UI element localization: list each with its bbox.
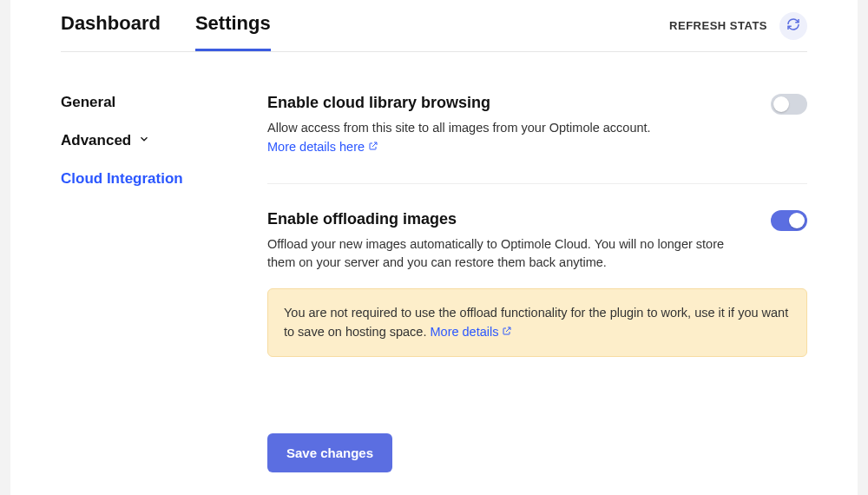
setting-title: Enable cloud library browsing <box>267 94 745 112</box>
sidebar-item-label: General <box>61 94 115 111</box>
sync-button[interactable] <box>779 12 807 40</box>
sidebar-item-label: Cloud Integration <box>61 170 183 188</box>
top-bar: Dashboard Settings REFRESH STATS <box>61 0 807 52</box>
tab-dashboard[interactable]: Dashboard <box>61 0 161 51</box>
tab-settings[interactable]: Settings <box>195 0 271 51</box>
primary-tabs: Dashboard Settings <box>61 0 271 51</box>
setting-title: Enable offloading images <box>267 210 745 228</box>
setting-cloud-library: Enable cloud library browsing Allow acce… <box>267 94 807 184</box>
toggle-knob <box>773 96 789 112</box>
settings-page: Dashboard Settings REFRESH STATS General… <box>10 0 858 495</box>
more-details-link[interactable]: More details here <box>267 138 378 157</box>
notice-more-details-link[interactable]: More details <box>430 322 512 341</box>
save-changes-button[interactable]: Save changes <box>267 433 392 472</box>
toggle-cloud-library[interactable] <box>771 94 807 115</box>
top-right-actions: REFRESH STATS <box>669 12 807 40</box>
refresh-stats-button[interactable]: REFRESH STATS <box>669 19 767 32</box>
sidebar-item-advanced[interactable]: Advanced <box>61 132 226 149</box>
external-link-icon <box>502 322 512 341</box>
settings-main: Enable cloud library browsing Allow acce… <box>267 94 807 472</box>
settings-sidebar: General Advanced Cloud Integration <box>61 94 226 472</box>
sidebar-item-label: Advanced <box>61 132 131 149</box>
setting-description: Offload your new images automatically to… <box>267 235 745 274</box>
settings-body: General Advanced Cloud Integration Enabl… <box>61 52 807 472</box>
sidebar-item-cloud-integration[interactable]: Cloud Integration <box>61 170 226 188</box>
offload-notice: You are not required to use the offload … <box>267 288 807 357</box>
setting-description: Allow access from this site to all image… <box>267 119 745 157</box>
chevron-down-icon <box>138 132 150 149</box>
toggle-offload-images[interactable] <box>771 210 807 231</box>
sync-icon <box>786 16 801 36</box>
external-link-icon <box>368 138 378 157</box>
setting-offload-images: Enable offloading images Offload your ne… <box>267 210 807 383</box>
sidebar-item-general[interactable]: General <box>61 94 226 111</box>
toggle-knob <box>789 213 805 228</box>
